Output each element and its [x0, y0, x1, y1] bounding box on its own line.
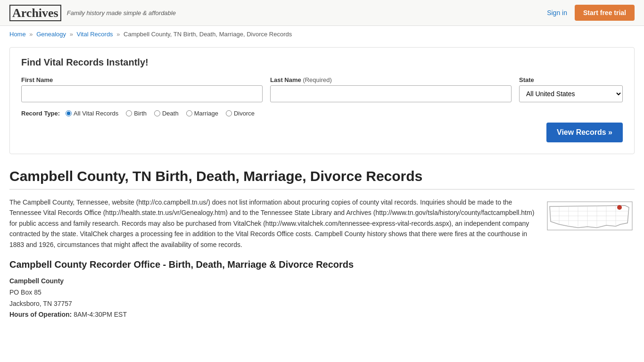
tn-map-container — [545, 197, 635, 236]
hours-value: 8AM-4:30PM EST — [74, 311, 127, 318]
page-title: Campbell County, TN Birth, Death, Marria… — [9, 168, 635, 184]
first-name-group: First Name — [21, 76, 263, 102]
radio-marriage-label: Marriage — [194, 110, 218, 117]
record-type-row: Record Type: All Vital Records Birth Dea… — [21, 110, 623, 117]
radio-marriage-input[interactable] — [186, 110, 192, 116]
address-block: Campbell County PO Box 85 Jacksboro, TN … — [9, 276, 635, 321]
address-line2: Jacksboro, TN 37757 — [9, 298, 635, 310]
breadcrumb-sep-2: » — [70, 31, 73, 38]
tagline: Family history made simple & affordable — [67, 9, 176, 16]
state-label: State — [519, 76, 623, 83]
search-title: Find Vital Records Instantly! — [21, 57, 623, 68]
sign-in-link[interactable]: Sign in — [547, 9, 567, 16]
breadcrumb-vital-records[interactable]: Vital Records — [77, 31, 113, 38]
last-name-label: Last Name (Required) — [270, 76, 512, 83]
radio-all-input[interactable] — [66, 110, 72, 116]
recorder-heading: Campbell County Recorder Office - Birth,… — [9, 259, 635, 270]
header-left: Archives Family history made simple & af… — [9, 5, 176, 20]
title-divider — [9, 189, 635, 189]
search-box: Find Vital Records Instantly! First Name… — [9, 47, 635, 154]
breadcrumb-home[interactable]: Home — [9, 31, 26, 38]
radio-birth-label: Birth — [134, 110, 147, 117]
start-trial-button[interactable]: Start free trial — [575, 5, 635, 21]
radio-birth-input[interactable] — [126, 110, 132, 116]
county-marker — [617, 205, 622, 210]
radio-all-vital[interactable]: All Vital Records — [66, 110, 118, 117]
required-note: (Required) — [303, 76, 331, 83]
first-name-label: First Name — [21, 76, 263, 83]
radio-death-label: Death — [162, 110, 179, 117]
county-name: Campbell County — [9, 277, 64, 285]
radio-death-input[interactable] — [154, 110, 160, 116]
radio-divorce-input[interactable] — [226, 110, 232, 116]
search-fields: First Name Last Name (Required) State Al… — [21, 76, 623, 102]
last-name-input[interactable] — [270, 85, 512, 102]
site-header: Archives Family history made simple & af… — [0, 0, 644, 26]
main-content: Campbell County, TN Birth, Death, Marria… — [0, 164, 644, 335]
breadcrumb-current: Campbell County, TN Birth, Death, Marria… — [124, 31, 292, 38]
breadcrumb-sep-1: » — [29, 31, 33, 38]
radio-divorce[interactable]: Divorce — [226, 110, 255, 117]
logo: Archives — [9, 5, 61, 20]
hours-line: Hours of Operation: 8AM-4:30PM EST — [9, 309, 635, 321]
view-records-button[interactable]: View Records » — [546, 123, 623, 142]
main-description: The Campbell County, Tennessee, website … — [9, 197, 536, 250]
content-with-map: The Campbell County, Tennessee, website … — [9, 197, 635, 250]
state-select[interactable]: All United States Alabama Alaska Tenness… — [519, 85, 623, 102]
tennessee-map-svg — [545, 197, 635, 235]
search-footer: View Records » — [21, 123, 623, 142]
record-type-label: Record Type: — [21, 110, 60, 117]
first-name-input[interactable] — [21, 85, 263, 102]
state-group: State All United States Alabama Alaska T… — [519, 76, 623, 102]
radio-marriage[interactable]: Marriage — [186, 110, 218, 117]
radio-all-label: All Vital Records — [74, 110, 118, 117]
last-name-group: Last Name (Required) — [270, 76, 512, 102]
breadcrumb-sep-3: » — [116, 31, 120, 38]
breadcrumb: Home » Genealogy » Vital Records » Campb… — [0, 26, 644, 42]
address-line1: PO Box 85 — [9, 287, 635, 298]
radio-divorce-label: Divorce — [234, 110, 255, 117]
radio-birth[interactable]: Birth — [126, 110, 147, 117]
hours-label: Hours of Operation: — [9, 311, 72, 318]
header-right: Sign in Start free trial — [547, 5, 635, 21]
breadcrumb-genealogy[interactable]: Genealogy — [36, 31, 66, 38]
radio-death[interactable]: Death — [154, 110, 179, 117]
